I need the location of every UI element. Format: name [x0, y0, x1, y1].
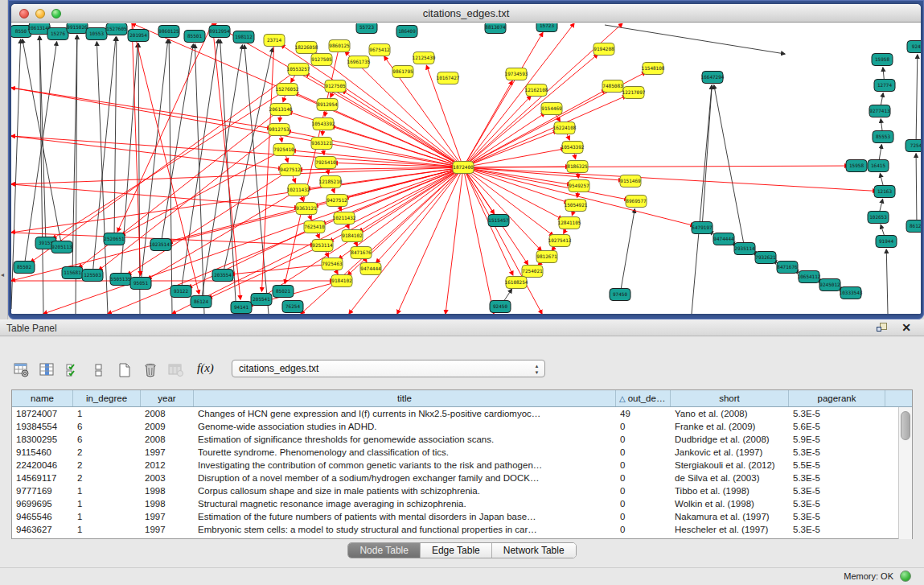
graph-node[interactable]: 76254 [282, 301, 303, 313]
graph-node[interactable]: 12125439 [413, 52, 436, 64]
graph-node[interactable]: 16108254 [505, 277, 528, 289]
graph-edge[interactable] [463, 167, 542, 314]
graph-edge[interactable] [11, 136, 282, 169]
graph-node[interactable]: 186409 [396, 26, 417, 38]
network-canvas[interactable]: 8550206131401527699150261055315276052019… [11, 23, 921, 314]
graph-node[interactable]: 7254021 [522, 266, 543, 278]
graph-node[interactable]: 9363121 [311, 138, 332, 150]
graph-edge[interactable] [161, 44, 193, 245]
show-column-icon[interactable] [37, 360, 58, 381]
close-panel-icon[interactable]: ✕ [901, 321, 911, 334]
graph-node[interactable]: 10333543 [840, 287, 863, 299]
graph-edge[interactable] [463, 167, 494, 314]
graph-edge[interactable] [195, 44, 204, 314]
graph-edge[interactable] [169, 208, 306, 243]
graph-node[interactable]: 9363121 [296, 203, 317, 215]
graph-edge[interactable] [201, 45, 242, 302]
graph-node[interactable]: 10543392 [561, 142, 585, 154]
graph-node[interactable]: 9812671 [536, 251, 557, 263]
float-panel-icon[interactable] [877, 322, 889, 333]
network-graph[interactable]: 8550206131401527699150261055315276052019… [11, 23, 921, 314]
graph-node[interactable]: 115681 [62, 267, 83, 279]
graph-node[interactable]: 8471676 [777, 262, 798, 274]
graph-edge[interactable] [916, 55, 918, 146]
graph-edge[interactable] [446, 167, 463, 314]
graph-node[interactable]: 7932621 [755, 252, 776, 264]
graph-node[interactable]: 2935114 [734, 243, 755, 255]
graph-node[interactable]: 19734593 [505, 68, 528, 80]
table-row[interactable]: 1456911722003Disruption of a novel membe… [12, 472, 912, 484]
graph-node[interactable]: 7254 [906, 140, 921, 152]
graph-node[interactable]: 92450 [490, 301, 511, 313]
graph-edge[interactable] [605, 25, 785, 54]
graph-node[interactable]: 9915026 [67, 23, 88, 34]
graph-edge[interactable] [331, 126, 463, 167]
graph-node[interactable]: 85502 [14, 262, 35, 274]
graph-node[interactable]: 85501 [184, 31, 205, 43]
table-row[interactable]: 2242004622012Investigating the contribut… [12, 459, 912, 472]
column-header-out_de[interactable]: △out_de… [616, 390, 671, 406]
graph-node[interactable]: 9184102 [342, 230, 363, 242]
graph-node[interactable]: 97450 [610, 289, 630, 301]
graph-node[interactable]: 9474444 [713, 233, 734, 245]
graph-node[interactable]: 102653 [868, 212, 889, 224]
graph-node[interactable]: 9812753 [269, 124, 290, 136]
new-table-icon[interactable] [114, 360, 135, 381]
graph-node[interactable]: 8912954 [209, 26, 230, 38]
graph-node[interactable]: 86125 [906, 220, 921, 233]
graph-node[interactable]: 6479197 [692, 222, 713, 234]
graph-node[interactable]: 125503 [82, 270, 103, 282]
graph-node[interactable]: 93122 [170, 286, 191, 298]
column-header-pagerank[interactable]: pagerank [789, 390, 885, 406]
graph-node[interactable]: 85553 [873, 131, 893, 143]
graph-edge[interactable] [916, 154, 917, 226]
graph-node[interactable]: 16647294 [701, 72, 725, 84]
graph-node[interactable]: 10211432 [333, 212, 356, 225]
graph-edge[interactable] [121, 150, 284, 235]
graph-node[interactable]: 9675412 [369, 44, 390, 56]
column-header-name[interactable]: name [12, 390, 73, 406]
graph-node[interactable]: 10654112 [798, 271, 821, 283]
graph-node[interactable]: 9194208 [593, 43, 614, 56]
graph-edge[interactable] [359, 167, 463, 232]
graph-node[interactable]: 205541 [251, 294, 272, 306]
graph-node[interactable]: 9277413 [869, 105, 890, 117]
graph-node[interactable]: 9154469 [541, 103, 562, 115]
graph-edge[interactable] [463, 33, 543, 167]
table-selector-dropdown[interactable]: citations_edges.txt ▲▼ [232, 360, 545, 377]
graph-node[interactable]: 9245012 [819, 279, 840, 291]
graph-edge[interactable] [714, 85, 745, 249]
graph-node[interactable]: 9860125 [329, 40, 350, 52]
column-header-in_degree[interactable]: in_degree [73, 390, 141, 406]
graph-edge[interactable] [692, 85, 712, 314]
tab-edge-table[interactable]: Edge Table [421, 543, 492, 558]
graph-edge[interactable] [397, 167, 463, 314]
graph-node[interactable]: 15276 [47, 28, 68, 40]
graph-node[interactable]: 8471676 [351, 247, 372, 259]
graph-node[interactable]: 55723 [356, 23, 377, 34]
graph-node[interactable]: 9184102 [331, 275, 352, 287]
graph-node[interactable]: 16961735 [347, 56, 371, 68]
table-row[interactable]: 946362711997Embryonic stem cells: a mode… [12, 523, 912, 536]
table-row[interactable]: 946554611997Estimation of the future num… [12, 510, 912, 523]
graph-node[interactable]: 7925463 [322, 258, 343, 270]
graph-edge[interactable] [148, 190, 298, 279]
graph-node[interactable]: 10553257 [287, 64, 310, 76]
graph-edge[interactable] [886, 249, 888, 314]
row-height-icon[interactable] [88, 360, 109, 381]
graph-node[interactable]: 86124 [191, 296, 211, 308]
graph-edge[interactable] [620, 209, 634, 295]
graph-node[interactable]: 9253114 [312, 240, 333, 252]
graph-node[interactable]: 16224108 [553, 122, 577, 134]
vertical-scrollbar[interactable] [898, 407, 912, 539]
graph-edge[interactable] [11, 184, 298, 208]
graph-node[interactable]: 12162108 [525, 84, 548, 97]
graph-node[interactable]: 12841105 [558, 217, 581, 229]
graph-edge[interactable] [11, 88, 463, 167]
graph-node[interactable]: 9549257 [569, 180, 589, 192]
graph-node[interactable]: 10553 [86, 28, 107, 40]
graph-node[interactable]: 15723 [536, 23, 557, 32]
graph-edge[interactable] [114, 37, 117, 239]
graph-node[interactable]: 15054921 [565, 200, 588, 212]
tab-network-table[interactable]: Network Table [492, 543, 576, 558]
